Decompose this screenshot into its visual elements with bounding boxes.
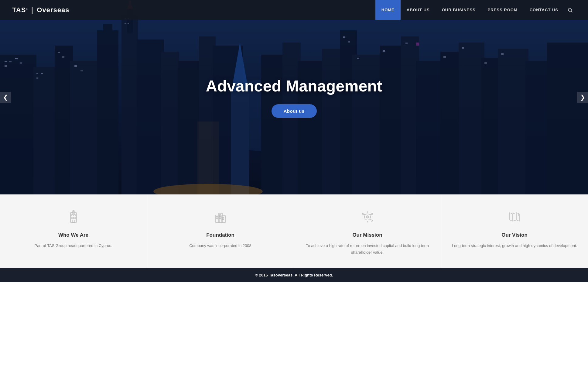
card-1-title: Who We Are	[58, 232, 88, 238]
svg-line-97	[370, 219, 371, 220]
building-icon	[66, 210, 81, 226]
svg-line-96	[370, 214, 371, 215]
mission-icon: $	[360, 210, 375, 226]
card-2-title: Foundation	[206, 232, 234, 238]
card-2-text: Company was incorporated in 2008	[189, 242, 251, 249]
svg-rect-68	[72, 214, 73, 216]
svg-rect-69	[74, 214, 75, 216]
svg-rect-83	[223, 217, 224, 218]
card-foundation: Foundation Company was incorporated in 2…	[147, 194, 294, 268]
svg-point-93	[371, 213, 372, 215]
footer-brand: Tasoverseas	[269, 273, 292, 277]
city-icon	[213, 210, 228, 226]
main-nav: HOME ABOUT US OUR BUSINESS PRESS ROOM CO…	[375, 0, 576, 20]
logo-brand: TAS	[12, 6, 26, 14]
card-who-we-are: Who We Are Part of TAS Group headquarter…	[0, 194, 147, 268]
nav-contact[interactable]: CONTACT US	[524, 0, 564, 20]
svg-rect-84	[223, 219, 224, 220]
nav-press[interactable]: PRESS ROOM	[482, 0, 524, 20]
site-header: TASs | Overseas HOME ABOUT US OUR BUSINE…	[0, 0, 588, 20]
carousel-next-button[interactable]: ❯	[577, 92, 588, 103]
card-4-text: Long-term strategic interest, growth and…	[452, 242, 577, 249]
card-4-title: Our Vision	[501, 232, 528, 238]
hero-cta-button[interactable]: About us	[272, 104, 317, 118]
hero-title: Advanced Management	[206, 77, 382, 95]
card-3-title: Our Mission	[352, 232, 382, 238]
svg-rect-70	[72, 217, 73, 219]
svg-rect-72	[72, 220, 75, 222]
svg-rect-71	[74, 217, 75, 219]
nav-about[interactable]: ABOUT US	[401, 0, 436, 20]
search-icon[interactable]	[564, 0, 576, 20]
svg-point-0	[568, 8, 572, 12]
card-3-text: To achieve a high rate of return on inve…	[303, 242, 432, 256]
cards-section: Who We Are Part of TAS Group headquarter…	[0, 194, 588, 268]
card-1-text: Part of TAS Group headquartered in Cypru…	[34, 242, 112, 249]
map-icon	[507, 210, 522, 226]
svg-marker-98	[510, 213, 519, 221]
logo-subtitle: Overseas	[37, 6, 69, 14]
footer-copyright: © 2016 Tasoverseas. All Rights Reserved.	[255, 273, 333, 277]
svg-line-1	[571, 11, 572, 12]
nav-home[interactable]: HOME	[375, 0, 401, 20]
svg-rect-78	[217, 216, 217, 217]
svg-rect-79	[217, 218, 217, 219]
card-our-mission: $ Our Mission To achieve a high rate of …	[294, 194, 441, 268]
svg-rect-80	[220, 214, 220, 215]
card-our-vision: Our Vision Long-term strategic interest,…	[441, 194, 588, 268]
svg-rect-82	[220, 218, 220, 219]
svg-rect-65	[70, 213, 77, 222]
site-logo: TASs | Overseas	[12, 6, 69, 14]
svg-point-92	[362, 213, 364, 215]
carousel-prev-button[interactable]: ❮	[0, 92, 11, 103]
svg-rect-81	[220, 216, 220, 217]
nav-business[interactable]: OUR BUSINESS	[436, 0, 482, 20]
site-footer: © 2016 Tasoverseas. All Rights Reserved.	[0, 268, 588, 282]
hero-content: Advanced Management About us	[0, 0, 588, 194]
svg-line-95	[364, 214, 365, 215]
svg-text:$: $	[367, 215, 368, 218]
hero-section: ❮ Advanced Management About us ❯	[0, 0, 588, 194]
